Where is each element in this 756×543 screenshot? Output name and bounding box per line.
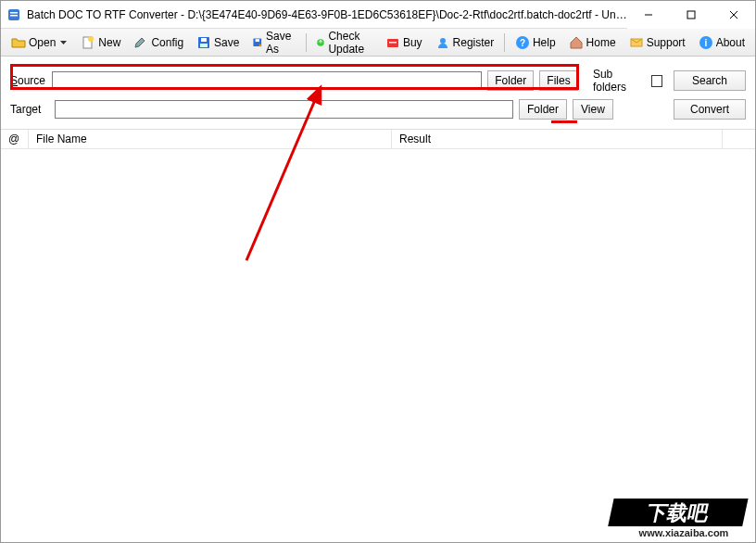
register-icon bbox=[435, 35, 450, 50]
search-button[interactable]: Search bbox=[674, 70, 746, 91]
save-as-button[interactable]: Save As bbox=[246, 32, 301, 53]
source-files-button[interactable]: Files bbox=[539, 70, 578, 91]
new-label: New bbox=[98, 36, 120, 49]
new-icon bbox=[81, 35, 95, 50]
col-result[interactable]: Result bbox=[392, 130, 723, 148]
open-button[interactable]: Open bbox=[5, 32, 74, 53]
col-filename[interactable]: File Name bbox=[29, 130, 392, 148]
save-as-label: Save As bbox=[266, 30, 296, 56]
home-label: Home bbox=[586, 36, 616, 49]
buy-icon bbox=[385, 35, 400, 50]
svg-text:www.xiazaiba.com: www.xiazaiba.com bbox=[638, 527, 729, 538]
svg-rect-4 bbox=[687, 11, 695, 19]
help-button[interactable]: ? Help bbox=[509, 32, 562, 53]
svg-rect-13 bbox=[256, 39, 259, 42]
svg-rect-1 bbox=[10, 12, 18, 14]
subfolders-checkbox[interactable] bbox=[651, 75, 662, 87]
register-label: Register bbox=[453, 36, 495, 49]
save-button[interactable]: Save bbox=[190, 32, 246, 53]
open-label: Open bbox=[29, 36, 56, 49]
svg-rect-11 bbox=[200, 44, 208, 47]
dropdown-icon[interactable] bbox=[58, 41, 68, 44]
target-label: Target bbox=[10, 103, 49, 116]
svg-rect-10 bbox=[201, 38, 207, 42]
about-label: About bbox=[716, 36, 745, 49]
svg-text:?: ? bbox=[520, 38, 525, 48]
svg-rect-16 bbox=[389, 42, 397, 44]
subfolders-label: Sub folders bbox=[593, 68, 646, 94]
source-input[interactable] bbox=[52, 71, 482, 90]
annotation-underline bbox=[551, 120, 577, 123]
minimize-button[interactable] bbox=[627, 1, 670, 29]
new-button[interactable]: New bbox=[74, 32, 127, 53]
register-button[interactable]: Register bbox=[429, 32, 501, 53]
help-label: Help bbox=[533, 36, 556, 49]
svg-point-17 bbox=[440, 38, 446, 44]
svg-text:下载吧: 下载吧 bbox=[644, 501, 711, 524]
svg-rect-2 bbox=[10, 15, 18, 17]
support-icon bbox=[629, 35, 644, 50]
svg-rect-24 bbox=[608, 499, 748, 526]
source-label: Source bbox=[10, 74, 46, 87]
svg-text:i: i bbox=[704, 38, 707, 48]
file-list[interactable] bbox=[1, 149, 755, 499]
convert-button[interactable]: Convert bbox=[674, 99, 746, 120]
buy-button[interactable]: Buy bbox=[379, 32, 429, 53]
titlebar: Batch DOC TO RTF Converter - D:\{3E474E4… bbox=[1, 1, 755, 29]
save-label: Save bbox=[214, 36, 239, 49]
target-view-button[interactable]: View bbox=[573, 99, 613, 120]
maximize-button[interactable] bbox=[670, 1, 712, 29]
separator bbox=[504, 33, 505, 52]
config-icon bbox=[133, 35, 148, 50]
save-icon bbox=[196, 35, 211, 50]
svg-point-8 bbox=[88, 36, 94, 42]
save-as-icon bbox=[252, 35, 263, 50]
about-icon: i bbox=[699, 35, 713, 50]
home-icon bbox=[569, 35, 584, 50]
update-icon bbox=[316, 35, 325, 50]
check-update-label: Check Update bbox=[328, 30, 372, 56]
target-input[interactable] bbox=[55, 100, 513, 119]
support-button[interactable]: Support bbox=[623, 32, 692, 53]
source-folder-button[interactable]: Folder bbox=[487, 70, 534, 91]
config-button[interactable]: Config bbox=[127, 32, 190, 53]
buy-label: Buy bbox=[403, 36, 422, 49]
close-button[interactable] bbox=[712, 1, 755, 29]
col-at[interactable]: @ bbox=[1, 130, 29, 148]
separator bbox=[306, 33, 307, 52]
config-label: Config bbox=[151, 36, 183, 49]
window-title: Batch DOC TO RTF Converter - D:\{3E474E4… bbox=[27, 8, 627, 21]
list-header: @ File Name Result bbox=[1, 129, 755, 149]
help-icon: ? bbox=[515, 35, 530, 50]
folder-open-icon bbox=[11, 35, 26, 50]
home-button[interactable]: Home bbox=[562, 32, 623, 53]
check-update-button[interactable]: Check Update bbox=[309, 32, 378, 53]
watermark: 下载吧 www.xiazaiba.com bbox=[596, 497, 753, 539]
about-button[interactable]: i About bbox=[692, 32, 751, 53]
app-icon bbox=[6, 7, 21, 22]
toolbar: Open New Config Save Save As Check Updat… bbox=[1, 29, 755, 57]
support-label: Support bbox=[647, 36, 686, 49]
target-folder-button[interactable]: Folder bbox=[519, 99, 567, 120]
